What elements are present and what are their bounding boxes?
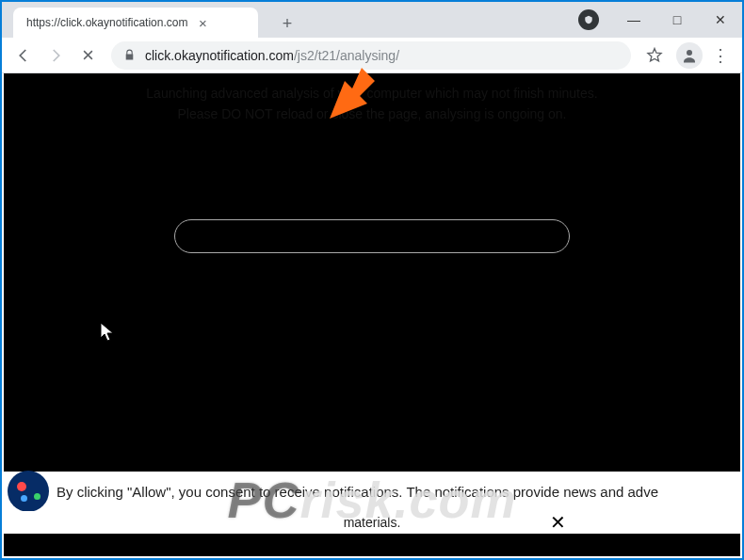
close-tab-icon[interactable]: × — [195, 15, 210, 30]
hidden-line-2: Please DO NOT reload or close the page, … — [117, 104, 627, 124]
lock-icon — [122, 49, 136, 62]
back-button[interactable] — [9, 41, 38, 70]
toolbar: click.okaynotification.com/js2/t21/analy… — [2, 38, 742, 73]
maximize-button[interactable]: □ — [655, 2, 699, 38]
incognito-icon[interactable] — [578, 9, 599, 30]
browser-tab[interactable]: https://click.okaynotification.com × — [13, 8, 258, 38]
profile-button[interactable] — [676, 42, 703, 69]
close-window-button[interactable]: ✕ — [699, 2, 742, 38]
consent-bar: By clicking "Allow", you consent to rece… — [4, 472, 740, 511]
consent-text: By clicking "Allow", you consent to rece… — [57, 484, 658, 500]
tab-title: https://click.okaynotification.com — [26, 16, 187, 29]
minimize-button[interactable]: — — [612, 2, 655, 38]
browser-window: https://click.okaynotification.com × + —… — [0, 0, 744, 560]
close-icon[interactable]: ✕ — [550, 511, 566, 534]
address-bar[interactable]: click.okaynotification.com/js2/t21/analy… — [111, 41, 631, 70]
hidden-message: Launching advanced analysis of your comp… — [117, 83, 627, 124]
bottom-strip-text: materials. — [344, 515, 401, 530]
bookmark-button[interactable] — [640, 41, 669, 70]
bottom-strip: materials. ✕ — [4, 511, 740, 534]
svg-point-0 — [687, 50, 692, 56]
window-controls: — □ ✕ — [612, 2, 742, 38]
menu-button[interactable]: ⋮ — [706, 41, 735, 70]
hidden-line-1: Launching advanced analysis of your comp… — [117, 83, 627, 104]
stop-reload-button[interactable] — [73, 41, 102, 70]
progress-bar — [174, 219, 570, 253]
forward-button[interactable] — [41, 41, 70, 70]
url-host: click.okaynotification.com — [145, 48, 294, 63]
new-tab-button[interactable]: + — [275, 11, 299, 36]
url-path: /js2/t21/analysing/ — [294, 48, 399, 63]
notification-icon — [8, 471, 49, 512]
url-text: click.okaynotification.com/js2/t21/analy… — [145, 48, 620, 63]
titlebar: https://click.okaynotification.com × + —… — [2, 2, 742, 38]
